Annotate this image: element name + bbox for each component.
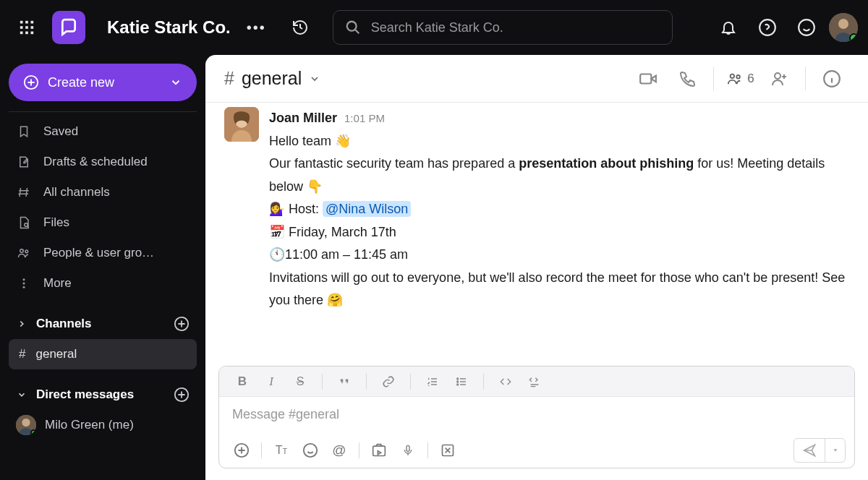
svg-point-33 — [457, 381, 459, 382]
hash-icon: # — [224, 68, 234, 89]
codeblock-button[interactable] — [522, 371, 548, 393]
all-channels-icon — [16, 186, 32, 199]
drafts-icon — [16, 155, 32, 168]
presence-indicator — [849, 33, 858, 42]
send-button[interactable] — [794, 439, 825, 462]
people-icon — [16, 247, 32, 260]
dm-avatar — [16, 415, 36, 435]
create-new-label: Create new — [48, 75, 114, 90]
message: Joan Miller 1:01 PM Hello team 👋 Our fan… — [224, 107, 849, 312]
notifications-button[interactable] — [712, 11, 745, 44]
svg-rect-7 — [25, 32, 28, 35]
channel-info-button[interactable] — [814, 63, 849, 95]
svg-point-24 — [22, 419, 30, 427]
ordered-list-button[interactable] — [420, 371, 446, 393]
workspace-more-button[interactable]: ••• — [241, 20, 272, 36]
svg-point-10 — [760, 20, 775, 35]
svg-point-26 — [731, 74, 735, 78]
send-options-button[interactable] — [825, 439, 845, 462]
message-line: 📅17 Friday, March 17th — [269, 221, 849, 244]
message-author[interactable]: Joan Miller — [269, 107, 337, 130]
workspace-name[interactable]: Katie Stark Co. — [107, 17, 231, 38]
message-line: Hello team 👋 — [269, 130, 849, 153]
composer-actions: TT @ — [219, 433, 854, 468]
history-button[interactable] — [284, 11, 317, 44]
svg-rect-4 — [25, 26, 28, 29]
svg-point-18 — [23, 278, 25, 280]
message-line: Our fantastic security team has prepared… — [269, 153, 849, 198]
members-button[interactable]: 6 — [723, 63, 757, 95]
svg-point-20 — [23, 286, 25, 288]
svg-rect-0 — [20, 21, 23, 24]
bold-button[interactable]: B — [229, 371, 255, 393]
mention-button[interactable]: @ — [326, 438, 353, 463]
message-input[interactable] — [232, 407, 841, 422]
user-avatar[interactable] — [829, 13, 858, 42]
dm-section-header[interactable]: Direct messages — [9, 380, 197, 410]
more-icon — [16, 277, 32, 290]
search-box[interactable] — [333, 10, 673, 45]
host-emoji: 💁‍♀️ — [269, 202, 285, 216]
user-mention[interactable]: @Nina Wilson — [323, 201, 411, 217]
chevron-down-icon — [169, 76, 182, 89]
svg-point-27 — [737, 74, 741, 78]
add-channel-button[interactable] — [174, 316, 190, 332]
help-button[interactable] — [751, 11, 784, 44]
channel-general[interactable]: # general — [9, 339, 197, 369]
audio-record-button[interactable] — [394, 438, 422, 463]
svg-rect-1 — [25, 21, 28, 24]
search-input[interactable] — [371, 20, 660, 35]
add-dm-button[interactable] — [174, 387, 190, 403]
bookmark-icon — [16, 125, 32, 138]
nav-people[interactable]: People & user gro… — [9, 238, 197, 268]
text-format-button[interactable]: TT — [268, 438, 295, 463]
svg-rect-38 — [407, 445, 409, 451]
message-list: Joan Miller 1:01 PM Hello team 👋 Our fan… — [205, 103, 868, 366]
hash-icon: # — [19, 347, 25, 361]
nav-more[interactable]: More — [9, 268, 197, 299]
nav-saved[interactable]: Saved — [9, 116, 197, 147]
svg-point-17 — [25, 250, 28, 253]
strikethrough-button[interactable]: S — [287, 371, 313, 393]
italic-button[interactable]: I — [258, 371, 284, 393]
dm-milo-green[interactable]: Milo Green (me) — [9, 410, 197, 440]
channels-section-header[interactable]: Channels — [9, 309, 197, 339]
channel-name-dropdown[interactable]: # general — [224, 68, 320, 89]
svg-rect-3 — [20, 26, 23, 29]
chevron-down-icon — [16, 390, 27, 400]
svg-point-11 — [799, 20, 814, 35]
link-button[interactable] — [375, 371, 401, 393]
audio-call-button[interactable] — [670, 63, 705, 95]
create-new-button[interactable]: Create new — [9, 64, 197, 101]
format-toolbar: B I S — [219, 367, 854, 397]
content-panel: # general 6 — [205, 55, 868, 480]
chevron-down-icon — [309, 73, 320, 85]
apps-grid-button[interactable] — [10, 11, 43, 44]
emoji-picker-button[interactable] — [297, 438, 324, 463]
emoji-button[interactable] — [790, 11, 823, 44]
nav-drafts[interactable]: Drafts & scheduled — [9, 147, 197, 177]
svg-rect-5 — [31, 26, 34, 29]
quote-button[interactable] — [331, 371, 357, 393]
topbar: Katie Stark Co. ••• — [0, 0, 868, 55]
svg-rect-25 — [640, 74, 651, 83]
message-avatar[interactable] — [224, 107, 259, 142]
sidebar: Create new Saved Drafts & scheduled All … — [0, 55, 205, 480]
code-button[interactable] — [493, 371, 519, 393]
attach-button[interactable] — [228, 438, 255, 463]
app-logo[interactable] — [52, 11, 85, 44]
clock-emoji: 🕚 — [269, 247, 285, 262]
shortcuts-button[interactable] — [434, 438, 461, 463]
message-line: 💁‍♀️ Host: @Nina Wilson — [269, 198, 849, 221]
files-icon — [16, 216, 32, 229]
svg-point-28 — [775, 73, 780, 79]
svg-point-9 — [346, 22, 356, 31]
svg-point-19 — [23, 283, 25, 285]
video-record-button[interactable] — [365, 438, 393, 463]
video-call-button[interactable] — [631, 63, 665, 95]
add-member-button[interactable] — [762, 63, 796, 95]
svg-rect-8 — [31, 32, 34, 35]
unordered-list-button[interactable] — [448, 371, 475, 393]
nav-files[interactable]: Files — [9, 207, 197, 238]
nav-all-channels[interactable]: All channels — [9, 177, 197, 207]
